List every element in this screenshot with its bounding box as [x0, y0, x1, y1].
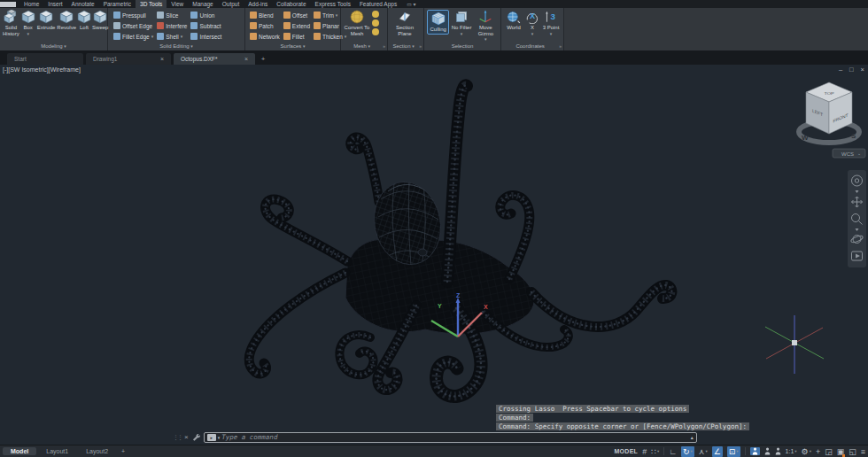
union-button[interactable]: Union [190, 10, 221, 20]
menu-tab-view[interactable]: View [167, 0, 188, 8]
convert-to-mesh-button[interactable]: Convert To Mesh [344, 10, 370, 36]
surfaces-panel-label[interactable]: Surfaces ▾ [245, 43, 340, 50]
blend-button[interactable]: Blend [250, 10, 280, 20]
annotation-autoscale-toggle[interactable] [775, 447, 781, 455]
smooth-more-icon[interactable] [372, 11, 379, 18]
section-plane-button[interactable]: Section Plane [391, 10, 419, 36]
subtract-button[interactable]: Subtract [190, 20, 221, 31]
modeling-panel-label[interactable]: Modeling ▾ [0, 43, 107, 50]
wcs-label[interactable]: WCS [841, 151, 854, 157]
wcs-caret-icon[interactable]: ⌄ [857, 151, 861, 156]
file-tab-octopus[interactable]: Octopus.DXF*× [174, 53, 255, 65]
revolve-button[interactable]: Revolve [57, 10, 76, 31]
mesh-panel-label[interactable]: Mesh ▾ » [341, 43, 387, 50]
command-input-container[interactable]: ▸ ▾ ▴ [204, 432, 697, 443]
minimize-icon[interactable]: – [839, 66, 842, 74]
object-snap-tracking-toggle[interactable]: ∠ [712, 446, 723, 457]
no-filter-button[interactable]: No Filter ▾ [451, 10, 471, 36]
menu-tab-annotate[interactable]: Annotate [67, 0, 99, 8]
viewcube-west[interactable]: W [802, 134, 809, 142]
close-icon[interactable]: × [861, 66, 864, 74]
isolate-objects-button[interactable]: ◲ [825, 446, 833, 457]
customization-menu-button[interactable]: ≡ [861, 446, 865, 457]
restore-icon[interactable]: □ [849, 66, 854, 74]
coordinates-panel-label[interactable]: Coordinates » [501, 43, 563, 50]
presspull-button[interactable]: Presspull [113, 10, 153, 20]
culling-button[interactable]: Culling [427, 10, 449, 35]
viewcube-top-face[interactable]: TOP [824, 92, 833, 95]
tab-overflow-icon[interactable]: ▭ ▾ [407, 1, 415, 7]
box-button[interactable]: Box ▾ [21, 10, 35, 36]
fillet-button[interactable]: Fillet [283, 31, 310, 42]
customize-wrench-icon[interactable] [191, 432, 201, 442]
menu-tab-home[interactable]: Home [19, 0, 43, 8]
layout-tab-layout2[interactable]: Layout2 [78, 447, 116, 455]
extrude-button[interactable]: Extrude [37, 10, 56, 31]
loft-button[interactable]: Loft [78, 10, 90, 31]
viewport-controls-label[interactable]: [-][SW Isometric][Wireframe] [3, 66, 81, 73]
new-tab-button[interactable]: + [258, 54, 268, 65]
shell-button[interactable]: Shell▾ [157, 31, 187, 42]
solid-editing-panel-label[interactable]: Solid Editing ▾ [108, 43, 244, 50]
menu-tab-insert[interactable]: Insert [43, 0, 66, 8]
viewcube[interactable]: W S N E TOP LEFT FRONT WCS ⌄ [799, 82, 865, 158]
file-tab-start[interactable]: Start [7, 53, 83, 65]
command-close-icon[interactable]: × [184, 433, 189, 441]
move-gizmo-button[interactable]: Move Gizmo ▾ [474, 10, 498, 42]
ortho-toggle[interactable]: ∟ [669, 446, 677, 457]
annotation-plus-button[interactable]: + [816, 446, 820, 457]
menu-tab-add-ins[interactable]: Add-ins [244, 0, 272, 8]
new-layout-button[interactable]: + [118, 448, 128, 454]
interfere-button[interactable]: Interfere [157, 20, 187, 31]
offset-button[interactable]: Offset [283, 10, 310, 20]
polar-tracking-toggle[interactable]: ↻▾ [681, 446, 694, 457]
annotation-monitor-toggle[interactable] [750, 447, 760, 455]
selection-panel-label[interactable]: Selection [424, 43, 500, 50]
menu-tab-output[interactable]: Output [218, 0, 244, 8]
command-expand-icon[interactable]: ▴ [691, 434, 694, 440]
command-input[interactable] [221, 433, 688, 441]
recent-commands-caret-icon[interactable]: ▾ [218, 435, 221, 440]
sweep-button[interactable]: Sweep [92, 10, 108, 31]
menu-tab-parametric[interactable]: Parametric [99, 0, 136, 8]
annotation-scale-button[interactable]: 1:1▾ [786, 446, 797, 457]
object-snap-toggle[interactable]: ⊡▾ [727, 446, 740, 457]
menu-tab-3d-tools[interactable]: 3D Tools [136, 0, 167, 8]
section-panel-label[interactable]: Section ▾ » [388, 43, 423, 50]
box-caret-icon[interactable]: ▾ [27, 31, 29, 36]
grid-toggle[interactable]: # [642, 446, 647, 457]
command-line-grip[interactable]: ⋮⋮ [173, 434, 182, 441]
annotation-visibility-toggle[interactable] [764, 447, 771, 455]
menu-tab-collaborate[interactable]: Collaborate [272, 0, 310, 8]
menu-tab-featured-apps[interactable]: Featured Apps [355, 0, 401, 8]
layout-tab-model[interactable]: Model [3, 447, 36, 455]
workspace-switching-button[interactable]: ⚙▾ [802, 446, 811, 457]
navigation-bar[interactable] [848, 170, 866, 267]
clean-screen-button[interactable]: ◱ [849, 446, 856, 457]
smooth-object-icon[interactable] [372, 28, 379, 35]
smooth-less-icon[interactable] [372, 19, 379, 27]
ucs-x-button[interactable]: X ▾ [525, 10, 539, 36]
viewcube-south[interactable]: S [851, 132, 856, 140]
extend-button[interactable]: Extend [283, 20, 310, 31]
network-button[interactable]: Network [250, 31, 280, 42]
offset-edge-button[interactable]: Offset Edge [113, 20, 153, 31]
fillet-edge-button[interactable]: Fillet Edge▾ [113, 31, 153, 42]
octopus-wireframe-model[interactable] [249, 85, 671, 396]
snap-toggle[interactable]: ∷▾ [651, 446, 659, 457]
model-space-indicator[interactable]: MODEL [614, 448, 638, 454]
recent-commands-icon[interactable]: ▸ [207, 434, 216, 441]
graphics-performance-button[interactable]: ▣ [837, 446, 845, 457]
isodraft-toggle[interactable]: ⋏▾ [699, 446, 708, 457]
close-tab-icon[interactable]: × [160, 53, 164, 65]
patch-button[interactable]: Patch [250, 20, 280, 31]
intersect-button[interactable]: Intersect [190, 31, 221, 42]
close-tab-icon[interactable]: × [244, 53, 248, 65]
solid-history-button[interactable]: Solid History [3, 10, 19, 36]
menu-tab-manage[interactable]: Manage [188, 0, 218, 8]
drawing-viewport[interactable]: .tw { fill:none; stroke:#0a0d11; stroke-… [0, 65, 868, 445]
slice-button[interactable]: Slice [157, 10, 187, 20]
app-button[interactable] [0, 2, 16, 7]
ucs-3-point-button[interactable]: 3 Point ▾ [541, 10, 561, 36]
file-tab-drawing1[interactable]: Drawing1× [86, 53, 171, 65]
